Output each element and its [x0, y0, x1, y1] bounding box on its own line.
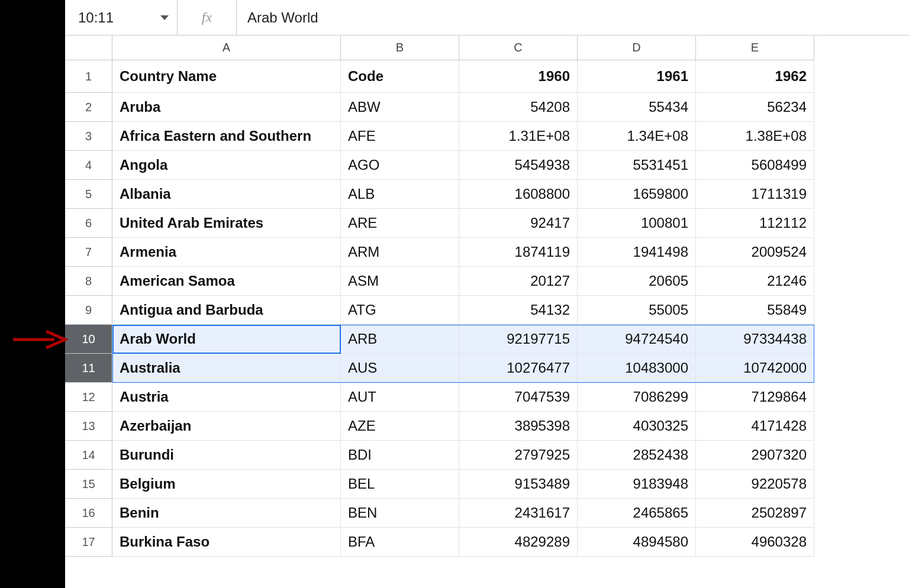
fx-icon[interactable]: fx	[178, 0, 237, 35]
cell[interactable]: 20605	[578, 267, 696, 296]
cell[interactable]: Arab World	[112, 325, 341, 354]
cell[interactable]: 7129864	[696, 383, 814, 412]
cell[interactable]: AUT	[341, 383, 459, 412]
formula-input[interactable]	[237, 0, 909, 35]
cell[interactable]: 92197715	[459, 325, 578, 354]
row-header[interactable]: 9	[65, 296, 112, 325]
column-header-B[interactable]: B	[341, 35, 459, 60]
cell[interactable]: 3895398	[459, 412, 578, 441]
cell[interactable]: 1.38E+08	[696, 122, 814, 151]
cell[interactable]: 9183948	[578, 470, 696, 499]
row-header[interactable]: 3	[65, 122, 112, 151]
cell[interactable]: 2431617	[459, 499, 578, 528]
cell[interactable]: 2797925	[459, 441, 578, 470]
cell[interactable]: 100801	[578, 209, 696, 238]
column-header-A[interactable]: A	[112, 35, 341, 60]
row-header[interactable]: 5	[65, 180, 112, 209]
cell[interactable]: Aruba	[112, 93, 341, 122]
row-header[interactable]: 8	[65, 267, 112, 296]
cell[interactable]: 10276477	[459, 354, 578, 383]
cell[interactable]: Benin	[112, 499, 341, 528]
cell[interactable]: American Samoa	[112, 267, 341, 296]
cell[interactable]: ATG	[341, 296, 459, 325]
cell[interactable]: ARE	[341, 209, 459, 238]
cell[interactable]: Antigua and Barbuda	[112, 296, 341, 325]
cell[interactable]: 2009524	[696, 238, 814, 267]
cell[interactable]: ARM	[341, 238, 459, 267]
cell[interactable]: 1.34E+08	[578, 122, 696, 151]
cell[interactable]: ALB	[341, 180, 459, 209]
cell[interactable]: 55005	[578, 296, 696, 325]
row-header[interactable]: 15	[65, 470, 112, 499]
cell[interactable]: 21246	[696, 267, 814, 296]
cell[interactable]: 5454938	[459, 151, 578, 180]
column-header-E[interactable]: E	[696, 35, 814, 60]
cell[interactable]: 1961	[578, 60, 696, 93]
cell[interactable]: 1608800	[459, 180, 578, 209]
cell[interactable]: 54132	[459, 296, 578, 325]
row-header[interactable]: 12	[65, 383, 112, 412]
row-header[interactable]: 6	[65, 209, 112, 238]
cell[interactable]: 5531451	[578, 151, 696, 180]
cell[interactable]: 20127	[459, 267, 578, 296]
cell[interactable]: BFA	[341, 528, 459, 557]
column-header-C[interactable]: C	[459, 35, 578, 60]
cell[interactable]: 54208	[459, 93, 578, 122]
cell[interactable]: Code	[341, 60, 459, 93]
cell[interactable]: Belgium	[112, 470, 341, 499]
column-header-D[interactable]: D	[578, 35, 696, 60]
select-all-cell[interactable]	[65, 35, 112, 60]
cell[interactable]: 112112	[696, 209, 814, 238]
row-header[interactable]: 17	[65, 528, 112, 557]
cell[interactable]: ASM	[341, 267, 459, 296]
cell[interactable]: Albania	[112, 180, 341, 209]
cell[interactable]: Angola	[112, 151, 341, 180]
cell[interactable]: Burkina Faso	[112, 528, 341, 557]
cell[interactable]: Burundi	[112, 441, 341, 470]
cell[interactable]: ARB	[341, 325, 459, 354]
cell[interactable]: AZE	[341, 412, 459, 441]
row-header[interactable]: 4	[65, 151, 112, 180]
row-header[interactable]: 2	[65, 93, 112, 122]
cell[interactable]: AGO	[341, 151, 459, 180]
row-header[interactable]: 14	[65, 441, 112, 470]
cell[interactable]: Australia	[112, 354, 341, 383]
cell[interactable]: 2907320	[696, 441, 814, 470]
cell[interactable]: 1960	[459, 60, 578, 93]
cell[interactable]: 92417	[459, 209, 578, 238]
cell[interactable]: 4829289	[459, 528, 578, 557]
cell[interactable]: 7047539	[459, 383, 578, 412]
cell[interactable]: 2852438	[578, 441, 696, 470]
cell[interactable]: 2502897	[696, 499, 814, 528]
cell[interactable]: 1659800	[578, 180, 696, 209]
cell[interactable]: 4171428	[696, 412, 814, 441]
cell[interactable]: ABW	[341, 93, 459, 122]
cell[interactable]: Africa Eastern and Southern	[112, 122, 341, 151]
cell[interactable]: 94724540	[578, 325, 696, 354]
row-header[interactable]: 1	[65, 60, 112, 93]
cell[interactable]: 9153489	[459, 470, 578, 499]
cell[interactable]: 56234	[696, 93, 814, 122]
cell[interactable]: 4960328	[696, 528, 814, 557]
cell[interactable]: AUS	[341, 354, 459, 383]
cell[interactable]: 1.31E+08	[459, 122, 578, 151]
cell[interactable]: 97334438	[696, 325, 814, 354]
row-header[interactable]: 11	[65, 354, 112, 383]
cell[interactable]: BDI	[341, 441, 459, 470]
cell[interactable]: Country Name	[112, 60, 341, 93]
cell[interactable]: United Arab Emirates	[112, 209, 341, 238]
row-header[interactable]: 13	[65, 412, 112, 441]
cell[interactable]: 55434	[578, 93, 696, 122]
cell[interactable]: BEN	[341, 499, 459, 528]
cell[interactable]: BEL	[341, 470, 459, 499]
cell[interactable]: 9220578	[696, 470, 814, 499]
cell[interactable]: 1874119	[459, 238, 578, 267]
cell[interactable]: 7086299	[578, 383, 696, 412]
cell[interactable]: Azerbaijan	[112, 412, 341, 441]
cell[interactable]: 4894580	[578, 528, 696, 557]
cell[interactable]: 55849	[696, 296, 814, 325]
cell[interactable]: 10483000	[578, 354, 696, 383]
cell[interactable]: 2465865	[578, 499, 696, 528]
row-header[interactable]: 7	[65, 238, 112, 267]
cell[interactable]: AFE	[341, 122, 459, 151]
